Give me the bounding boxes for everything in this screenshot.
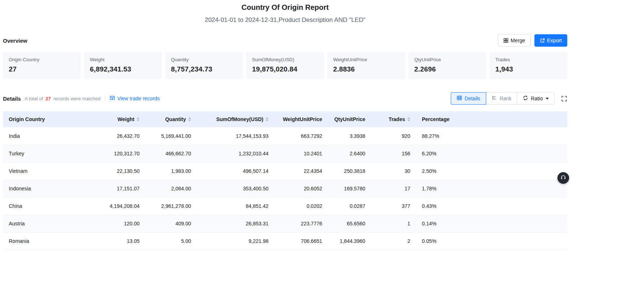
cell-qty-unit-price: 169.5780 [328, 180, 371, 197]
column-label: QtyUnitPrice [334, 116, 365, 122]
cell-weight-unit-price: 706.6651 [274, 232, 328, 250]
overview-cards: Origin Country 27 Weight 6,892,341.53 Qu… [3, 52, 567, 79]
cell-weight: 4,194,208.04 [96, 197, 145, 215]
table-body: India26,432.705,169,441.0017,544,153.936… [3, 127, 567, 250]
cell-origin-country: India [3, 127, 96, 145]
stat-card-label: Origin Country [9, 57, 75, 62]
cell-weight-unit-price: 663.7292 [274, 127, 328, 145]
cell-trades: 920 [371, 127, 416, 145]
stat-card-quantity: Quantity 8,757,234.73 [165, 52, 243, 79]
cell-origin-country: Turkey [3, 145, 96, 162]
column-label: Percentage [422, 116, 449, 122]
sort-icon[interactable] [266, 117, 268, 121]
table-row: Austria120.00409.0026,853.31223.777665.6… [3, 215, 567, 232]
cell-percentage: 0.14% [416, 215, 567, 232]
cell-weight: 120,312.70 [96, 145, 145, 162]
report-header: Country Of Origin Report 2024-01-01 to 2… [3, 0, 567, 24]
merge-button[interactable]: Merge [498, 34, 531, 47]
stat-card-value: 2.8836 [333, 65, 399, 73]
cell-sum-of-money-usd: 353,400.50 [197, 180, 274, 197]
report-subtitle: 2024-01-01 to 2024-12-31,Product Descrip… [3, 16, 567, 24]
view-trade-records-link[interactable]: View trade records [110, 95, 160, 102]
column-header-quantity[interactable]: Quantity [145, 111, 197, 127]
stat-card-value: 1,943 [495, 65, 561, 73]
tab-rank[interactable]: Rank [486, 92, 518, 105]
cell-percentage: 0.43% [416, 197, 567, 215]
rank-icon [492, 95, 497, 102]
stat-card-label: Weight [90, 57, 156, 62]
tab-ratio[interactable]: Ratio [517, 92, 555, 105]
cell-sum-of-money-usd: 496,507.14 [197, 162, 274, 180]
cell-trades: 377 [371, 197, 416, 215]
details-bar: Details A total of 27 records were match… [3, 92, 567, 105]
stat-card-label: WeightUnitPrice [333, 57, 399, 62]
cell-weight-unit-price: 0.0202 [274, 197, 328, 215]
vertical-divider [105, 96, 105, 101]
details-table: Origin Country Weight Quantity SumOfMone… [3, 111, 567, 250]
table-row: Vietnam22,130.501,983.00496,507.1422.435… [3, 162, 567, 180]
cell-origin-country: Indonesia [3, 180, 96, 197]
cell-sum-of-money-usd: 1,232,010.44 [197, 145, 274, 162]
column-label: Weight [118, 116, 134, 122]
cell-sum-of-money-usd: 84,851.42 [197, 197, 274, 215]
match-suffix: records were matched [53, 96, 100, 101]
cell-quantity: 1,983.00 [145, 162, 197, 180]
overview-actions: Merge Export [498, 34, 567, 47]
stat-card-weight-unit-price: WeightUnitPrice 2.8836 [327, 52, 405, 79]
table-row: Turkey120,312.70466,662.701,232,010.4410… [3, 145, 567, 162]
details-table-icon [457, 95, 462, 102]
cell-sum-of-money-usd: 9,221.98 [197, 232, 274, 250]
stat-card-label: SumOfMoney(USD) [252, 57, 318, 62]
cell-origin-country: China [3, 197, 96, 215]
stat-card-value: 8,757,234.73 [171, 65, 237, 73]
match-info: A total of 27 records were matched [24, 96, 100, 101]
cell-trades: 17 [371, 180, 416, 197]
table-row: Romania13.055.009,221.98706.66511,844.39… [3, 232, 567, 250]
cell-qty-unit-price: 1,844.3960 [328, 232, 371, 250]
cell-quantity: 409.00 [145, 215, 197, 232]
column-label: WeightUnitPrice [283, 116, 322, 122]
tab-details-label: Details [465, 96, 480, 101]
sort-icon[interactable] [188, 117, 191, 121]
sort-icon[interactable] [407, 117, 410, 121]
stat-card-value: 6,892,341.53 [90, 65, 156, 73]
cell-quantity: 5,169,441.00 [145, 127, 197, 145]
stat-card-qty-unit-price: QtyUnitPrice 2.2696 [408, 52, 486, 79]
cell-trades: 1 [371, 215, 416, 232]
cell-origin-country: Vietnam [3, 162, 96, 180]
column-label: Origin Country [9, 116, 45, 122]
view-mode-switcher: Details Rank [451, 92, 555, 105]
table-row: India26,432.705,169,441.0017,544,153.936… [3, 127, 567, 145]
cell-percentage: 0.05% [416, 232, 567, 250]
cell-sum-of-money-usd: 17,544,153.93 [197, 127, 274, 145]
cell-weight: 26,432.70 [96, 127, 145, 145]
column-header-weight[interactable]: Weight [96, 111, 145, 127]
cell-weight: 13.05 [96, 232, 145, 250]
column-header-trades[interactable]: Trades [371, 111, 416, 127]
match-prefix: A total of [24, 96, 43, 101]
tab-details[interactable]: Details [451, 92, 486, 105]
cell-percentage: 6.20% [416, 145, 567, 162]
cell-weight-unit-price: 20.6052 [274, 180, 328, 197]
cell-qty-unit-price: 2.6400 [328, 145, 371, 162]
stat-card-label: Trades [495, 57, 561, 62]
support-float-button[interactable] [557, 172, 569, 184]
column-header-sum-of-money-usd[interactable]: SumOfMoney(USD) [197, 111, 274, 127]
sort-icon[interactable] [137, 117, 140, 121]
stat-card-label: Quantity [171, 57, 237, 62]
cell-weight: 17,151.07 [96, 180, 145, 197]
merge-button-label: Merge [511, 38, 525, 43]
cell-percentage: 88.27% [416, 127, 567, 145]
report-page: Country Of Origin Report 2024-01-01 to 2… [0, 0, 567, 250]
export-button[interactable]: Export [534, 34, 567, 47]
stat-card-trades: Trades 1,943 [489, 52, 567, 79]
merge-icon [503, 38, 508, 43]
column-header-percentage: Percentage [416, 111, 567, 127]
stat-card-sum-of-money: SumOfMoney(USD) 19,875,020.84 [246, 52, 324, 79]
cell-trades: 2 [371, 232, 416, 250]
cell-sum-of-money-usd: 26,853.31 [197, 215, 274, 232]
cell-quantity: 2,084.00 [145, 180, 197, 197]
fullscreen-icon[interactable] [561, 96, 567, 102]
tab-ratio-label: Ratio [531, 96, 543, 101]
stat-card-label: QtyUnitPrice [414, 57, 480, 62]
